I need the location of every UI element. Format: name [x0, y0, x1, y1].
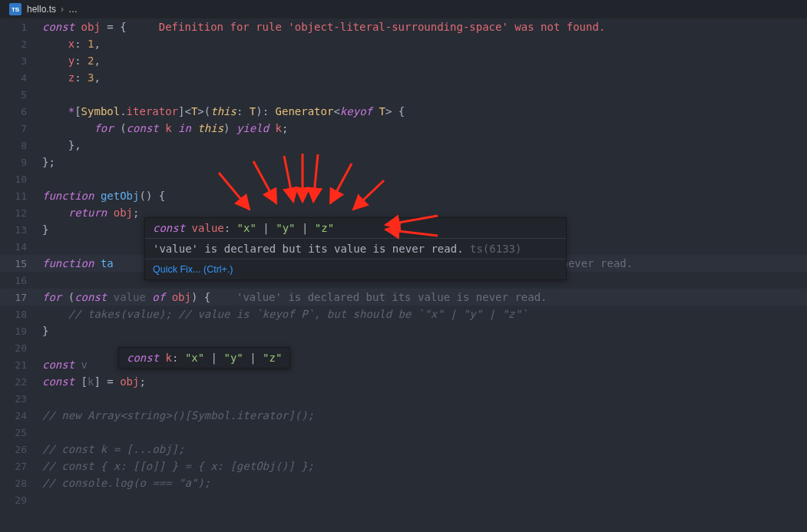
hover-diagnostic: 'value' is declared but its value is nev…	[145, 238, 566, 259]
hover-signature: const k: "x" | "y" | "z"	[119, 348, 289, 368]
line-number: 17	[0, 292, 42, 303]
breadcrumb-bar[interactable]: TS hello.ts › …	[0, 0, 807, 18]
line-number: 9	[0, 157, 42, 168]
line-number: 14	[0, 241, 42, 253]
line-number: 28	[0, 477, 42, 489]
line-number: 12	[0, 207, 42, 219]
line-number: 11	[0, 190, 42, 202]
line-number: 15	[0, 258, 42, 269]
line-number: 2	[0, 38, 42, 50]
line-number: 1	[0, 21, 42, 33]
line-number: 29	[0, 494, 42, 506]
line-number: 19	[0, 325, 42, 337]
line-number: 8	[0, 140, 42, 151]
hover-tooltip[interactable]: const k: "x" | "y" | "z"	[118, 347, 290, 368]
token-identifier: obj	[81, 21, 101, 33]
line-number: 4	[0, 72, 42, 84]
hover-tooltip[interactable]: const value: "x" | "y" | "z" 'value' is …	[144, 217, 567, 280]
line-number: 21	[0, 359, 42, 371]
token-keyword: const	[42, 21, 74, 33]
line-number: 22	[0, 376, 42, 388]
unused-identifier: value	[114, 291, 146, 303]
chevron-right-icon: ›	[61, 4, 64, 15]
line-number: 26	[0, 444, 42, 455]
line-number: 25	[0, 427, 42, 438]
lint-error-inline: Definition for rule 'object-literal-surr…	[127, 21, 606, 33]
line-number: 6	[0, 106, 42, 117]
line-number: 27	[0, 461, 42, 472]
line-number: 24	[0, 410, 42, 421]
ts-file-icon: TS	[9, 3, 21, 15]
line-number: 18	[0, 309, 42, 320]
breadcrumb-ellipsis[interactable]: …	[68, 4, 78, 15]
line-number: 7	[0, 123, 42, 134]
line-number: 23	[0, 393, 42, 405]
breadcrumb-filename[interactable]: hello.ts	[27, 4, 56, 15]
line-number: 13	[0, 224, 42, 236]
hover-signature: const value: "x" | "y" | "z"	[145, 218, 566, 238]
lint-hint-inline: 'value' is declared but its value is nev…	[210, 291, 547, 303]
line-number: 5	[0, 89, 42, 101]
line-number: 20	[0, 342, 42, 354]
quick-fix-link[interactable]: Quick Fix... (Ctrl+.)	[145, 259, 566, 279]
line-number: 10	[0, 173, 42, 185]
line-number: 16	[0, 275, 42, 286]
line-number: 3	[0, 55, 42, 67]
